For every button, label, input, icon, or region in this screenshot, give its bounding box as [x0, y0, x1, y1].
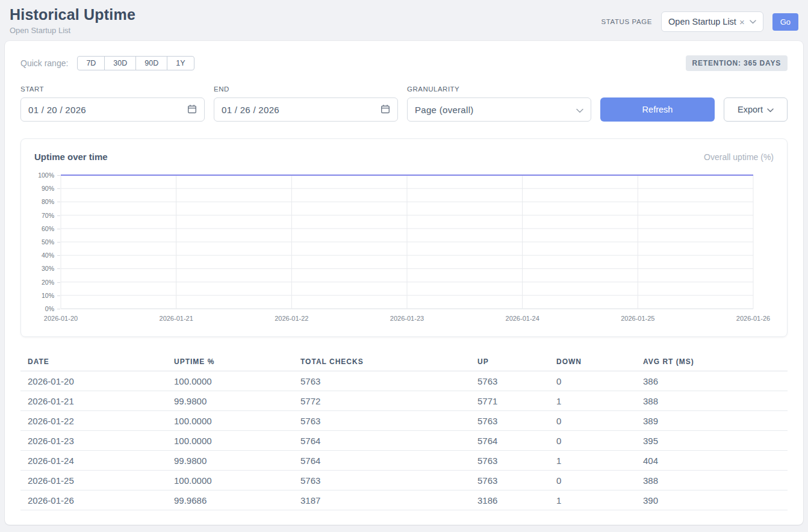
- y-tick-label: 60%: [42, 225, 54, 232]
- x-tick-label: 2026-01-26: [736, 315, 770, 322]
- y-tick-label: 40%: [42, 252, 54, 259]
- x-tick-label: 2026-01-21: [160, 315, 193, 322]
- y-tick-mark: [57, 175, 60, 176]
- y-tick-label: 80%: [42, 198, 54, 205]
- table-cell: 2026-01-26: [20, 495, 167, 506]
- table-cell: 390: [636, 495, 788, 506]
- chart-legend: Overall uptime (%): [704, 152, 774, 162]
- y-tick-mark: [57, 295, 60, 296]
- table-cell: 99.9800: [167, 396, 293, 406]
- x-tick-label: 2026-01-22: [275, 315, 308, 322]
- column-header: DATE: [20, 357, 167, 366]
- table-cell: 0: [549, 436, 636, 446]
- quick-range-group: 7D30D90D1Y: [77, 56, 194, 70]
- quick-range-button-1y[interactable]: 1Y: [167, 56, 194, 70]
- table-row: 2026-01-22100.0000576357630389: [20, 411, 788, 431]
- quick-range-label: Quick range:: [20, 58, 68, 68]
- table-cell: 1: [549, 495, 636, 506]
- chevron-down-icon: [750, 20, 756, 24]
- table-cell: 0: [549, 416, 636, 426]
- column-header: TOTAL CHECKS: [293, 357, 470, 366]
- filter-row: START 01 / 20 / 2026 END 01 / 26 / 2026 …: [20, 85, 788, 122]
- table-cell: 3186: [470, 495, 549, 506]
- table-cell: 5764: [293, 436, 470, 446]
- table-cell: 100.0000: [167, 416, 293, 426]
- page-title: Historical Uptime: [10, 6, 135, 23]
- y-tick-mark: [57, 255, 60, 256]
- table-cell: 1: [549, 456, 636, 466]
- go-button[interactable]: Go: [772, 13, 798, 31]
- y-tick-label: 100%: [38, 172, 54, 179]
- export-button-label: Export: [738, 105, 763, 114]
- uptime-table: DATEUPTIME %TOTAL CHECKSUPDOWNAVG RT (MS…: [20, 353, 788, 510]
- calendar-icon[interactable]: [381, 104, 390, 116]
- table-cell: 5763: [470, 376, 549, 386]
- status-page-selected-value: Open Startup List: [668, 17, 736, 26]
- main-panel: Quick range: 7D30D90D1Y RETENTION: 365 D…: [5, 41, 803, 525]
- y-tick-mark: [57, 282, 60, 283]
- table-row: 2026-01-20100.0000576357630386: [20, 371, 788, 391]
- table-cell: 1: [549, 396, 636, 406]
- x-tick-label: 2026-01-25: [621, 315, 654, 322]
- quick-range-button-90d[interactable]: 90D: [135, 56, 167, 70]
- top-header: Historical Uptime Open Startup List STAT…: [0, 0, 808, 41]
- table-cell: 99.9686: [167, 495, 293, 506]
- granularity-select[interactable]: Page (overall): [407, 97, 591, 122]
- y-tick-label: 20%: [42, 279, 54, 286]
- table-cell: 389: [636, 416, 788, 426]
- end-date-field: END 01 / 26 / 2026: [214, 85, 398, 122]
- refresh-button[interactable]: Refresh: [600, 97, 715, 122]
- quick-range-button-7d[interactable]: 7D: [77, 56, 105, 70]
- column-header: DOWN: [549, 357, 636, 366]
- chart-title: Uptime over time: [34, 152, 108, 162]
- table-cell: 0: [549, 376, 636, 386]
- table-cell: 3187: [293, 495, 470, 506]
- table-cell: 388: [636, 396, 788, 406]
- y-tick-mark: [57, 242, 60, 243]
- table-cell: 5763: [293, 376, 470, 386]
- export-button[interactable]: Export: [724, 97, 788, 122]
- table-row: 2026-01-2499.9800576457631404: [20, 451, 788, 471]
- status-page-select[interactable]: Open Startup List ×: [661, 11, 763, 32]
- y-tick-label: 50%: [42, 238, 54, 246]
- y-tick-mark: [57, 309, 60, 309]
- quick-range-button-30d[interactable]: 30D: [104, 56, 136, 70]
- start-date-label: START: [20, 85, 205, 93]
- table-cell: 0: [549, 475, 636, 486]
- column-header: UP: [470, 357, 549, 366]
- end-date-value: 01 / 26 / 2026: [222, 105, 279, 115]
- table-cell: 5763: [293, 475, 470, 486]
- start-date-field: START 01 / 20 / 2026: [20, 85, 205, 122]
- table-cell: 2026-01-25: [20, 475, 167, 486]
- table-cell: 404: [636, 456, 788, 466]
- table-cell: 395: [636, 436, 788, 446]
- x-axis: 2026-01-202026-01-212026-01-222026-01-23…: [61, 315, 753, 327]
- y-tick-label: 30%: [42, 265, 54, 272]
- y-tick-label: 0%: [45, 305, 54, 312]
- table-cell: 5763: [470, 416, 549, 426]
- x-tick-label: 2026-01-20: [44, 315, 78, 322]
- status-page-label: STATUS PAGE: [601, 18, 652, 25]
- start-date-input[interactable]: 01 / 20 / 2026: [20, 97, 205, 122]
- table-cell: 386: [636, 376, 788, 386]
- chevron-down-icon: [576, 105, 583, 115]
- calendar-icon[interactable]: [187, 104, 197, 116]
- clear-selection-icon[interactable]: ×: [739, 17, 745, 26]
- granularity-label: GRANULARITY: [407, 85, 591, 93]
- uptime-line-chart: [61, 175, 753, 309]
- page-heading: Historical Uptime Open Startup List: [10, 6, 135, 35]
- table-row: 2026-01-25100.0000576357630388: [20, 471, 788, 490]
- table-cell: 99.9800: [167, 456, 293, 466]
- table-row: 2026-01-2699.9686318731861390: [20, 490, 788, 510]
- column-header: AVG RT (MS): [636, 357, 788, 366]
- quick-range-row: Quick range: 7D30D90D1Y RETENTION: 365 D…: [20, 55, 788, 71]
- uptime-chart-card: Uptime over time Overall uptime (%) 0%10…: [20, 138, 788, 337]
- status-page-controls: STATUS PAGE Open Startup List × Go: [601, 11, 798, 32]
- table-row: 2026-01-2199.9800577257711388: [20, 391, 788, 411]
- y-tick-mark: [57, 215, 60, 216]
- column-header: UPTIME %: [167, 357, 293, 366]
- table-cell: 5763: [293, 416, 470, 426]
- table-cell: 5763: [470, 475, 549, 486]
- end-date-input[interactable]: 01 / 26 / 2026: [214, 97, 398, 122]
- x-tick-label: 2026-01-23: [390, 315, 424, 322]
